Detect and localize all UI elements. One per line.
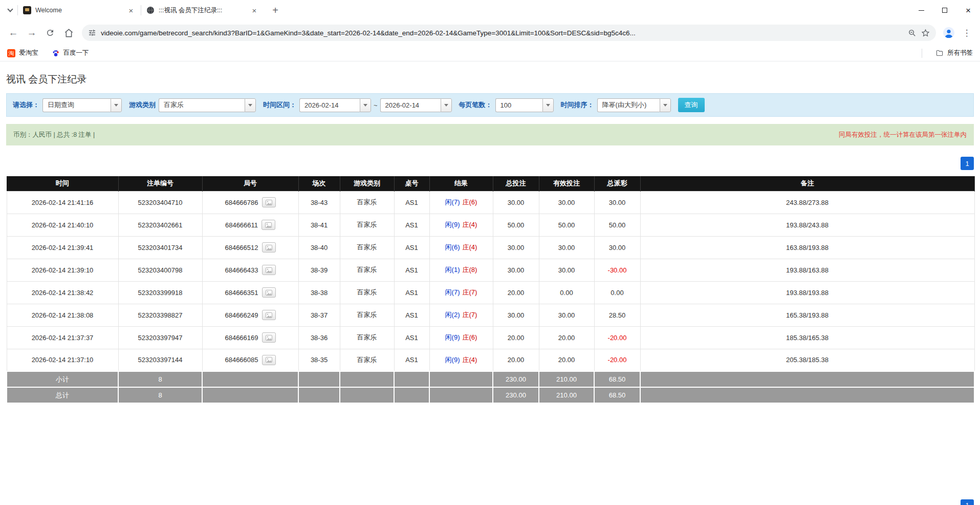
game-cell: 百家乐 <box>340 214 394 236</box>
total-bet-cell[interactable]: 30.00 <box>493 304 539 326</box>
total-bet-cell[interactable]: 20.00 <box>493 281 539 304</box>
valid-bet-cell: 30.00 <box>539 191 594 214</box>
total-bet-cell[interactable]: 30.00 <box>493 259 539 281</box>
address-bar[interactable]: videoie.com/game/betrecord_search/kind3?… <box>82 25 936 41</box>
game-cell: 百家乐 <box>340 281 394 304</box>
tab-close-icon[interactable]: × <box>126 6 136 15</box>
site-settings-icon[interactable] <box>88 29 96 37</box>
chevron-down-icon[interactable] <box>660 98 671 112</box>
bookmark-label: 爱淘宝 <box>19 49 38 57</box>
chevron-down-icon[interactable] <box>245 98 256 112</box>
tab-welcome[interactable]: Welcome × <box>18 0 141 20</box>
tab-close-icon[interactable]: × <box>250 6 259 15</box>
grand-total-count: 8 <box>118 387 202 403</box>
replay-icon[interactable] <box>262 265 276 275</box>
per-page-select[interactable]: 100 <box>495 98 554 112</box>
home-button[interactable] <box>59 24 78 42</box>
date-start-value[interactable]: 2026-02-14 <box>299 98 360 112</box>
table-row: 2026-02-14 21:38:08 523203398827 6846662… <box>7 304 974 326</box>
maximize-button[interactable] <box>933 0 956 20</box>
time-cell: 2026-02-14 21:41:16 <box>7 191 118 214</box>
round-id: 684666786 <box>225 199 258 206</box>
player-result: 闲(9) <box>445 356 460 364</box>
chevron-down-icon[interactable] <box>360 98 371 112</box>
query-type-value[interactable]: 日期查询 <box>42 98 111 112</box>
total-bet-cell[interactable]: 30.00 <box>493 191 539 214</box>
chevron-down-icon[interactable] <box>441 98 452 112</box>
three-dot-icon: ⋮ <box>963 28 971 38</box>
col-round: 局号 <box>202 176 298 191</box>
url-text[interactable]: videoie.com/game/betrecord_search/kind3?… <box>101 29 903 37</box>
date-start-select[interactable]: 2026-02-14 <box>299 98 371 112</box>
empty-cell <box>640 387 974 403</box>
remark-cell: 185.38/165.38 <box>640 326 974 349</box>
new-tab-button[interactable]: + <box>268 3 282 17</box>
total-bet-cell[interactable]: 20.00 <box>493 349 539 371</box>
round-id: 684666169 <box>225 334 258 342</box>
tab-betrecord[interactable]: :::视讯 会员下注纪录::: × <box>141 0 264 20</box>
subtotal-payout: 68.50 <box>594 371 640 387</box>
time-cell: 2026-02-14 21:40:10 <box>7 214 118 236</box>
bet-id-cell: 523203401734 <box>118 236 202 259</box>
empty-cell <box>394 371 429 387</box>
result-cell: 闲(6)庄(4) <box>429 236 493 259</box>
replay-icon[interactable] <box>262 332 276 343</box>
bookmark-baidu[interactable]: 百度一下 <box>52 49 89 57</box>
round-cell: 684666433 <box>202 259 298 281</box>
replay-icon[interactable] <box>262 220 275 230</box>
total-bet-cell[interactable]: 50.00 <box>493 214 539 236</box>
replay-icon[interactable] <box>262 287 276 298</box>
query-type-select[interactable]: 日期查询 <box>42 98 122 112</box>
session-cell: 38-36 <box>298 326 340 349</box>
navigation-bar: ← → videoie.com/game/betrecord_search/ki… <box>0 20 980 45</box>
minimize-button[interactable] <box>909 0 933 20</box>
result-cell: 闲(9)庄(4) <box>429 214 493 236</box>
payout-cell: -20.00 <box>594 349 640 371</box>
all-bookmarks-button[interactable]: 所有书签 <box>935 49 973 57</box>
total-bet-cell[interactable]: 30.00 <box>493 236 539 259</box>
date-end-value[interactable]: 2026-02-14 <box>380 98 441 112</box>
forward-button[interactable]: → <box>23 24 41 42</box>
profile-button[interactable] <box>940 24 957 41</box>
tab-search-button[interactable] <box>3 3 17 17</box>
header-row: 时间 注单编号 局号 场次 游戏类别 桌号 结果 总投注 有效投注 总派彩 备注 <box>7 176 974 191</box>
menu-button[interactable]: ⋮ <box>957 24 976 42</box>
date-end-select[interactable]: 2026-02-14 <box>380 98 452 112</box>
chevron-down-icon[interactable] <box>542 98 554 112</box>
sort-value[interactable]: 降幂(由大到小) <box>597 98 660 112</box>
bet-id-cell: 523203402661 <box>118 214 202 236</box>
table-row: 2026-02-14 21:39:41 523203401734 6846665… <box>7 236 974 259</box>
replay-icon[interactable] <box>262 355 276 365</box>
round-cell: 684666085 <box>202 349 298 371</box>
empty-cell <box>394 387 429 403</box>
page-1-button-bottom[interactable]: 1 <box>961 499 974 505</box>
banker-result: 庄(4) <box>463 221 477 228</box>
per-page-label: 每页笔数： <box>459 100 492 110</box>
total-bet-cell[interactable]: 20.00 <box>493 326 539 349</box>
sort-select[interactable]: 降幂(由大到小) <box>597 98 671 112</box>
replay-icon[interactable] <box>262 197 276 207</box>
bookmark-taobao[interactable]: 爱淘宝 <box>7 49 38 57</box>
page-1-button[interactable]: 1 <box>961 157 974 170</box>
refresh-button[interactable] <box>41 24 59 42</box>
search-button[interactable]: 查询 <box>678 98 705 112</box>
round-cell: 684666351 <box>202 281 298 304</box>
game-cell: 百家乐 <box>340 259 394 281</box>
chevron-down-icon[interactable] <box>111 98 122 112</box>
tab-strip: Welcome × :::视讯 会员下注纪录::: × + × <box>0 0 980 20</box>
replay-icon[interactable] <box>262 310 276 320</box>
game-kind-value[interactable]: 百家乐 <box>159 98 245 112</box>
per-page-value[interactable]: 100 <box>495 98 542 112</box>
game-kind-select[interactable]: 百家乐 <box>159 98 256 112</box>
replay-icon[interactable] <box>262 242 276 252</box>
zoom-icon[interactable] <box>908 29 917 37</box>
close-button[interactable]: × <box>956 0 980 20</box>
banker-result: 庄(6) <box>463 333 477 341</box>
bookmark-star-icon[interactable] <box>921 29 930 37</box>
valid-bet-cell: 30.00 <box>539 304 594 326</box>
subtotal-label: 小计 <box>7 371 118 387</box>
remark-cell: 163.88/193.88 <box>640 236 974 259</box>
table-no-cell: AS1 <box>394 326 429 349</box>
back-button[interactable]: ← <box>4 24 23 42</box>
table-no-cell: AS1 <box>394 281 429 304</box>
